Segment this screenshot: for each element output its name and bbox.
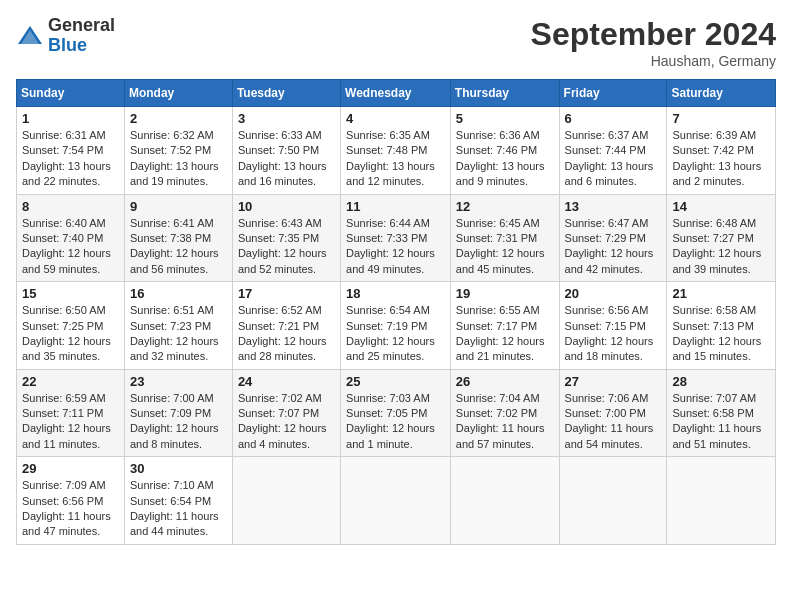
calendar-cell: 5 Sunrise: 6:36 AMSunset: 7:46 PMDayligh… (450, 107, 559, 195)
calendar-cell: 20 Sunrise: 6:56 AMSunset: 7:15 PMDaylig… (559, 282, 667, 370)
logo-general-text: General (48, 15, 115, 35)
day-number: 11 (346, 199, 445, 214)
day-number: 20 (565, 286, 662, 301)
calendar-cell: 23 Sunrise: 7:00 AMSunset: 7:09 PMDaylig… (124, 369, 232, 457)
calendar-week-row: 29 Sunrise: 7:09 AMSunset: 6:56 PMDaylig… (17, 457, 776, 545)
calendar-cell: 4 Sunrise: 6:35 AMSunset: 7:48 PMDayligh… (341, 107, 451, 195)
day-number: 27 (565, 374, 662, 389)
day-detail: Sunrise: 6:55 AMSunset: 7:17 PMDaylight:… (456, 303, 554, 365)
weekday-header-monday: Monday (124, 80, 232, 107)
calendar-cell: 1 Sunrise: 6:31 AMSunset: 7:54 PMDayligh… (17, 107, 125, 195)
day-detail: Sunrise: 6:39 AMSunset: 7:42 PMDaylight:… (672, 128, 770, 190)
calendar-table: SundayMondayTuesdayWednesdayThursdayFrid… (16, 79, 776, 545)
day-detail: Sunrise: 6:36 AMSunset: 7:46 PMDaylight:… (456, 128, 554, 190)
calendar-week-row: 1 Sunrise: 6:31 AMSunset: 7:54 PMDayligh… (17, 107, 776, 195)
day-detail: Sunrise: 6:44 AMSunset: 7:33 PMDaylight:… (346, 216, 445, 278)
day-detail: Sunrise: 6:52 AMSunset: 7:21 PMDaylight:… (238, 303, 335, 365)
calendar-week-row: 15 Sunrise: 6:50 AMSunset: 7:25 PMDaylig… (17, 282, 776, 370)
weekday-header-saturday: Saturday (667, 80, 776, 107)
day-detail: Sunrise: 6:32 AMSunset: 7:52 PMDaylight:… (130, 128, 227, 190)
day-detail: Sunrise: 6:48 AMSunset: 7:27 PMDaylight:… (672, 216, 770, 278)
title-block: September 2024 Hausham, Germany (531, 16, 776, 69)
day-number: 13 (565, 199, 662, 214)
page-header: General Blue September 2024 Hausham, Ger… (16, 16, 776, 69)
day-detail: Sunrise: 6:41 AMSunset: 7:38 PMDaylight:… (130, 216, 227, 278)
calendar-cell: 13 Sunrise: 6:47 AMSunset: 7:29 PMDaylig… (559, 194, 667, 282)
calendar-cell (341, 457, 451, 545)
day-detail: Sunrise: 6:56 AMSunset: 7:15 PMDaylight:… (565, 303, 662, 365)
logo-blue-text: Blue (48, 35, 87, 55)
calendar-cell: 15 Sunrise: 6:50 AMSunset: 7:25 PMDaylig… (17, 282, 125, 370)
day-number: 29 (22, 461, 119, 476)
day-detail: Sunrise: 6:40 AMSunset: 7:40 PMDaylight:… (22, 216, 119, 278)
logo-icon (16, 22, 44, 50)
day-detail: Sunrise: 6:35 AMSunset: 7:48 PMDaylight:… (346, 128, 445, 190)
day-detail: Sunrise: 6:33 AMSunset: 7:50 PMDaylight:… (238, 128, 335, 190)
calendar-cell: 16 Sunrise: 6:51 AMSunset: 7:23 PMDaylig… (124, 282, 232, 370)
day-detail: Sunrise: 6:31 AMSunset: 7:54 PMDaylight:… (22, 128, 119, 190)
location: Hausham, Germany (531, 53, 776, 69)
calendar-cell: 25 Sunrise: 7:03 AMSunset: 7:05 PMDaylig… (341, 369, 451, 457)
calendar-cell: 22 Sunrise: 6:59 AMSunset: 7:11 PMDaylig… (17, 369, 125, 457)
calendar-cell: 3 Sunrise: 6:33 AMSunset: 7:50 PMDayligh… (232, 107, 340, 195)
day-detail: Sunrise: 6:58 AMSunset: 7:13 PMDaylight:… (672, 303, 770, 365)
day-number: 14 (672, 199, 770, 214)
calendar-cell: 11 Sunrise: 6:44 AMSunset: 7:33 PMDaylig… (341, 194, 451, 282)
calendar-cell: 8 Sunrise: 6:40 AMSunset: 7:40 PMDayligh… (17, 194, 125, 282)
calendar-cell: 28 Sunrise: 7:07 AMSunset: 6:58 PMDaylig… (667, 369, 776, 457)
calendar-week-row: 8 Sunrise: 6:40 AMSunset: 7:40 PMDayligh… (17, 194, 776, 282)
day-number: 22 (22, 374, 119, 389)
day-number: 10 (238, 199, 335, 214)
day-number: 16 (130, 286, 227, 301)
day-detail: Sunrise: 6:50 AMSunset: 7:25 PMDaylight:… (22, 303, 119, 365)
day-detail: Sunrise: 7:00 AMSunset: 7:09 PMDaylight:… (130, 391, 227, 453)
day-number: 5 (456, 111, 554, 126)
calendar-cell: 24 Sunrise: 7:02 AMSunset: 7:07 PMDaylig… (232, 369, 340, 457)
calendar-cell: 12 Sunrise: 6:45 AMSunset: 7:31 PMDaylig… (450, 194, 559, 282)
calendar-cell: 17 Sunrise: 6:52 AMSunset: 7:21 PMDaylig… (232, 282, 340, 370)
day-detail: Sunrise: 6:37 AMSunset: 7:44 PMDaylight:… (565, 128, 662, 190)
calendar-cell: 30 Sunrise: 7:10 AMSunset: 6:54 PMDaylig… (124, 457, 232, 545)
day-number: 2 (130, 111, 227, 126)
day-number: 17 (238, 286, 335, 301)
calendar-cell (232, 457, 340, 545)
day-number: 3 (238, 111, 335, 126)
weekday-header-wednesday: Wednesday (341, 80, 451, 107)
day-detail: Sunrise: 7:06 AMSunset: 7:00 PMDaylight:… (565, 391, 662, 453)
calendar-cell: 18 Sunrise: 6:54 AMSunset: 7:19 PMDaylig… (341, 282, 451, 370)
day-number: 30 (130, 461, 227, 476)
day-detail: Sunrise: 6:45 AMSunset: 7:31 PMDaylight:… (456, 216, 554, 278)
weekday-header-row: SundayMondayTuesdayWednesdayThursdayFrid… (17, 80, 776, 107)
calendar-cell: 10 Sunrise: 6:43 AMSunset: 7:35 PMDaylig… (232, 194, 340, 282)
day-number: 24 (238, 374, 335, 389)
day-number: 15 (22, 286, 119, 301)
weekday-header-thursday: Thursday (450, 80, 559, 107)
day-number: 7 (672, 111, 770, 126)
day-number: 21 (672, 286, 770, 301)
day-number: 1 (22, 111, 119, 126)
calendar-cell: 26 Sunrise: 7:04 AMSunset: 7:02 PMDaylig… (450, 369, 559, 457)
month-title: September 2024 (531, 16, 776, 53)
day-number: 26 (456, 374, 554, 389)
day-detail: Sunrise: 7:10 AMSunset: 6:54 PMDaylight:… (130, 478, 227, 540)
calendar-week-row: 22 Sunrise: 6:59 AMSunset: 7:11 PMDaylig… (17, 369, 776, 457)
day-number: 25 (346, 374, 445, 389)
calendar-cell: 21 Sunrise: 6:58 AMSunset: 7:13 PMDaylig… (667, 282, 776, 370)
calendar-cell: 19 Sunrise: 6:55 AMSunset: 7:17 PMDaylig… (450, 282, 559, 370)
calendar-cell: 27 Sunrise: 7:06 AMSunset: 7:00 PMDaylig… (559, 369, 667, 457)
day-detail: Sunrise: 7:03 AMSunset: 7:05 PMDaylight:… (346, 391, 445, 453)
weekday-header-tuesday: Tuesday (232, 80, 340, 107)
calendar-cell: 2 Sunrise: 6:32 AMSunset: 7:52 PMDayligh… (124, 107, 232, 195)
day-detail: Sunrise: 7:04 AMSunset: 7:02 PMDaylight:… (456, 391, 554, 453)
calendar-cell: 14 Sunrise: 6:48 AMSunset: 7:27 PMDaylig… (667, 194, 776, 282)
day-number: 8 (22, 199, 119, 214)
day-number: 23 (130, 374, 227, 389)
day-number: 19 (456, 286, 554, 301)
day-detail: Sunrise: 6:59 AMSunset: 7:11 PMDaylight:… (22, 391, 119, 453)
day-detail: Sunrise: 6:43 AMSunset: 7:35 PMDaylight:… (238, 216, 335, 278)
day-number: 12 (456, 199, 554, 214)
day-number: 18 (346, 286, 445, 301)
day-number: 28 (672, 374, 770, 389)
day-detail: Sunrise: 6:51 AMSunset: 7:23 PMDaylight:… (130, 303, 227, 365)
day-detail: Sunrise: 7:09 AMSunset: 6:56 PMDaylight:… (22, 478, 119, 540)
